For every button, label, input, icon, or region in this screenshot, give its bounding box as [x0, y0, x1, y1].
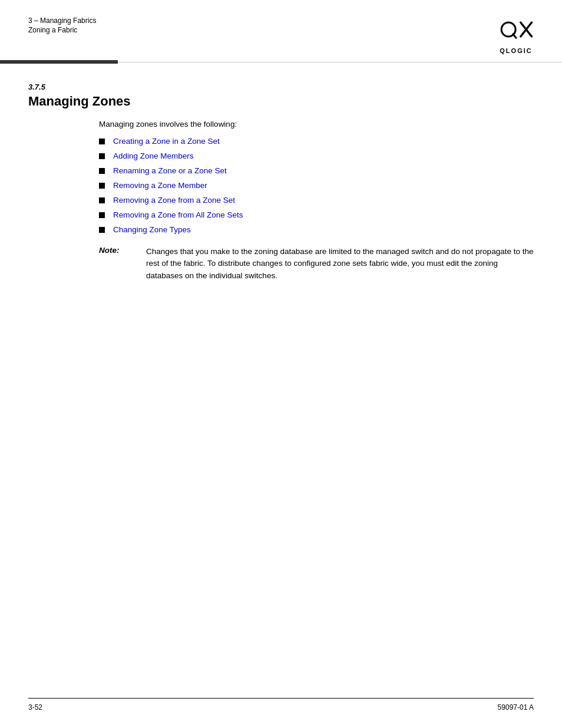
- bullet-square-icon: [99, 153, 105, 159]
- link-removing-zone-all-sets[interactable]: Removing a Zone from All Zone Sets: [113, 210, 243, 219]
- header-breadcrumb: 3 – Managing Fabrics Zoning a Fabric: [28, 17, 96, 34]
- note-section: Note: Changes that you make to the zonin…: [99, 246, 534, 282]
- list-item: Removing a Zone Member: [99, 181, 534, 190]
- list-item: Adding Zone Members: [99, 151, 534, 160]
- main-content: 3.7.5 Managing Zones Managing zones invo…: [0, 64, 562, 282]
- header: 3 – Managing Fabrics Zoning a Fabric QLO…: [0, 0, 562, 54]
- bullet-square-icon: [99, 227, 105, 233]
- bullet-square-icon: [99, 197, 105, 203]
- footer-page-number: 3-52: [28, 703, 42, 711]
- list-item: Creating a Zone in a Zone Set: [99, 137, 534, 146]
- footer: 3-52 59097-01 A: [0, 698, 562, 711]
- link-changing-zone-types[interactable]: Changing Zone Types: [113, 225, 191, 234]
- list-item: Removing a Zone from a Zone Set: [99, 196, 534, 205]
- list-item: Removing a Zone from All Zone Sets: [99, 210, 534, 219]
- bullet-square-icon: [99, 168, 105, 174]
- bullet-list: Creating a Zone in a Zone Set Adding Zon…: [99, 137, 534, 234]
- footer-divider: [28, 698, 534, 699]
- breadcrumb-line2: Zoning a Fabric: [28, 26, 96, 34]
- list-item: Changing Zone Types: [99, 225, 534, 234]
- note-text: Changes that you make to the zoning data…: [146, 246, 534, 282]
- qlogic-logo-icon: [498, 17, 534, 46]
- intro-text: Managing zones involves the following:: [99, 120, 534, 129]
- logo-text: QLOGIC: [500, 47, 532, 54]
- section-number: 3.7.5: [28, 83, 534, 91]
- page-container: 3 – Managing Fabrics Zoning a Fabric QLO…: [0, 0, 562, 728]
- link-renaming-zone[interactable]: Renaming a Zone or a Zone Set: [113, 166, 227, 175]
- breadcrumb-line1: 3 – Managing Fabrics: [28, 17, 96, 25]
- link-adding-zone-members[interactable]: Adding Zone Members: [113, 151, 194, 160]
- note-label: Note:: [99, 246, 140, 282]
- section-title: Managing Zones: [28, 94, 534, 109]
- footer-document-number: 59097-01 A: [498, 703, 534, 711]
- link-creating-zone[interactable]: Creating a Zone in a Zone Set: [113, 137, 220, 146]
- bullet-square-icon: [99, 212, 105, 218]
- link-removing-member[interactable]: Removing a Zone Member: [113, 181, 207, 190]
- logo-container: QLOGIC: [498, 17, 534, 54]
- list-item: Renaming a Zone or a Zone Set: [99, 166, 534, 175]
- bullet-square-icon: [99, 139, 105, 144]
- bullet-square-icon: [99, 183, 105, 189]
- link-removing-zone-from-set[interactable]: Removing a Zone from a Zone Set: [113, 196, 235, 205]
- divider-dark-bar: [0, 60, 118, 64]
- divider-light-bar: [118, 62, 562, 62]
- footer-content: 3-52 59097-01 A: [28, 703, 534, 711]
